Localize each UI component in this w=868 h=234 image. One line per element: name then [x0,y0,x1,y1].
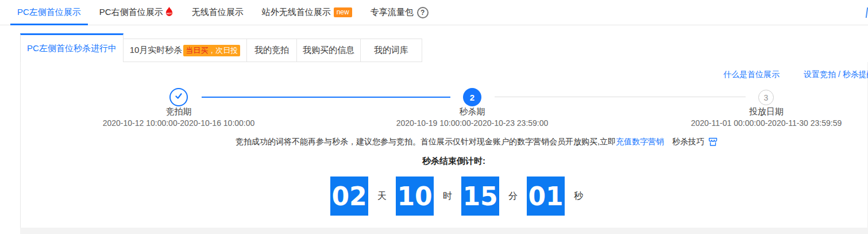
tab-label: PC左侧首位展示 [17,7,81,18]
countdown-hour-unit: 时 [443,190,452,202]
question-icon[interactable]: ? [417,7,429,18]
countdown-hours: 10 [396,177,434,216]
step1-title: 竞拍期 [166,106,192,117]
step3-date-range: 2020-11-01 00:00:00-2020-11-30 23:59:59 [691,118,842,128]
subtab-label: 10月实时秒杀 [130,45,183,56]
subtab-label: 我的竞拍 [254,45,289,56]
countdown-day-unit: 天 [377,190,387,202]
subtab-my-bids[interactable]: 我的竞拍 [246,39,297,62]
countdown-seconds: 01 [527,177,565,216]
step3-title: 投放日期 [749,106,784,117]
set-reminder-link[interactable]: 设置竞拍 / 秒杀提醒 [804,70,868,80]
step2-date-range: 2020-10-19 10:00:00-2020-10-23 23:59:00 [396,118,549,128]
page: PC左侧首位展示 PC右侧首位展示 HOT 无线首位展示 站外无线首位展示 ne… [0,0,868,234]
countdown-minute-unit: 分 [508,190,518,202]
check-icon [173,90,184,104]
seckill-tips-label[interactable]: 秒杀技巧 [672,137,704,147]
active-tab-underline [10,24,88,25]
tab-label: 无线首位展示 [192,7,244,18]
step1-date-range: 2020-10-12 10:00:00-2020-10-16 10:00:00 [103,118,255,128]
tab-pc-right-display[interactable]: PC右侧首位展示 HOT [92,0,180,25]
subtab-label: 我的词库 [374,45,408,56]
tab-exclusive-traffic-pack[interactable]: 专享流量包 ? [364,0,435,25]
step2-title: 秒杀期 [460,106,485,117]
stepper-connector-upcoming [495,97,746,97]
notice-text: 竞拍成功的词将不能再参与秒杀，建议您参与竞拍。首位展示仅针对现金账户的数字营销会… [236,137,616,147]
tab-wireless-display[interactable]: 无线首位展示 [185,0,250,25]
tab-pc-left-display[interactable]: PC左侧首位展示 [10,0,88,25]
what-is-display-link[interactable]: 什么是首位展示 [723,70,780,80]
step3-circle: 3 [758,90,774,105]
countdown-title: 秒杀结束倒计时: [422,156,485,167]
stepper-connector-done [202,97,450,98]
subtab-my-word-library[interactable]: 我的词库 [360,39,422,62]
storefront-icon[interactable] [708,137,718,147]
content-panel: 什么是首位展示 设置竞拍 / 秒杀提醒 2 3 竞拍期 秒杀期 投放日期 202… [20,62,868,228]
tab-label: 专享流量包 [371,7,414,18]
clipped-link-fragment[interactable] [865,7,868,18]
step2-number: 2 [470,93,474,102]
step1-circle [169,88,188,106]
new-badge: new [334,7,352,17]
countdown-second-unit: 秒 [574,190,583,202]
recharge-link[interactable]: 充值数字营销 [616,137,664,147]
top-nav: PC左侧首位展示 PC右侧首位展示 HOT 无线首位展示 站外无线首位展示 ne… [0,0,868,25]
subtab-label: PC左侧首位秒杀进行中 [27,43,117,54]
tab-offsite-wireless-display[interactable]: 站外无线首位展示 new [255,0,359,25]
subtab-label: 我购买的信息 [303,45,354,56]
flame-icon: HOT [165,7,173,18]
subtab-my-purchases[interactable]: 我购买的信息 [296,39,361,62]
step3-number: 3 [764,93,769,102]
tab-label: 站外无线首位展示 [262,7,331,18]
notice-bar: 竞拍成功的词将不能再参与秒杀，建议您参与竞拍。首位展示仅针对现金账户的数字营销会… [236,137,718,147]
section-divider-bar [20,228,868,234]
countdown-days: 02 [330,177,368,216]
subtab-october-realtime-seckill[interactable]: 10月实时秒杀 当日买，次日投 [123,39,247,62]
buy-today-badge: 当日买，次日投 [183,45,240,56]
countdown-timer: 02 天 10 时 15 分 01 秒 [330,177,583,216]
countdown-minutes: 15 [461,177,499,216]
step2-circle: 2 [463,88,481,106]
svg-text:HOT: HOT [167,11,172,14]
subtab-seckill-in-progress[interactable]: PC左侧首位秒杀进行中 [20,33,124,62]
tab-label: PC右侧首位展示 [99,7,163,18]
